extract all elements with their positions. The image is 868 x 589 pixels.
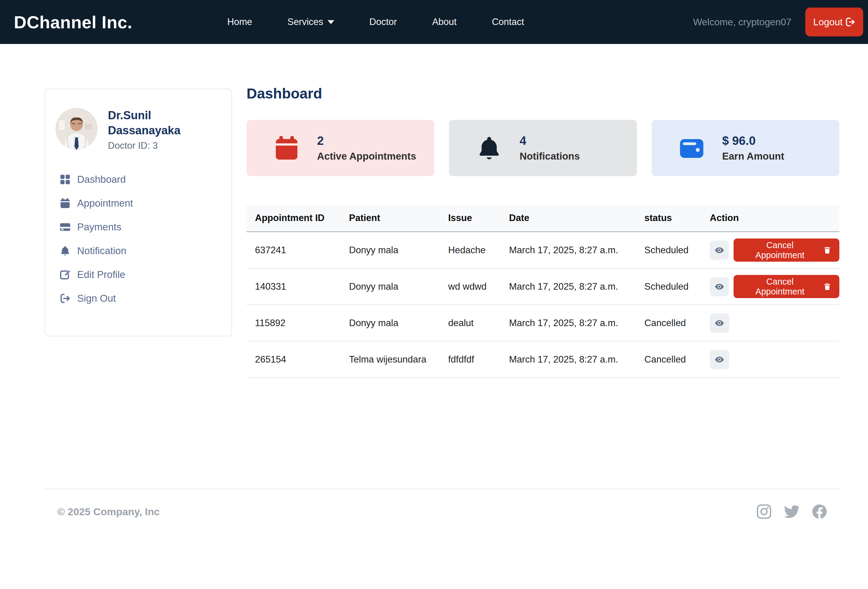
col-header-patient: Patient xyxy=(349,213,448,224)
sidebar-item-notification[interactable]: Notification xyxy=(60,239,223,262)
action-cell xyxy=(710,350,839,369)
sidebar-menu: Dashboard Appointment Payments xyxy=(55,168,223,310)
page-title: Dashboard xyxy=(247,85,322,102)
doctor-dashboard-page: DChannel Inc. Home Services Doctor About… xyxy=(0,0,868,589)
social-links xyxy=(756,504,827,520)
view-appointment-button[interactable] xyxy=(710,277,729,296)
col-header-appointment-id: Appointment ID xyxy=(255,213,349,224)
trash-icon xyxy=(823,246,831,255)
view-appointment-button[interactable] xyxy=(710,314,729,333)
stat-value: $ 96.0 xyxy=(722,134,784,147)
facebook-icon[interactable] xyxy=(812,504,827,520)
appointment-id-cell: 637241 xyxy=(255,245,349,256)
stat-text: 4 Notifications xyxy=(520,134,580,162)
view-appointment-button[interactable] xyxy=(710,241,729,260)
issue-cell: fdfdfdf xyxy=(448,354,509,365)
welcome-text: Welcome, cryptogen07 xyxy=(693,16,791,28)
issue-cell: Hedache xyxy=(448,245,509,256)
stat-card-notifications: 4 Notifications xyxy=(449,120,637,176)
nav-link-contact[interactable]: Contact xyxy=(492,16,524,27)
sidebar-item-payments[interactable]: Payments xyxy=(60,215,223,239)
sign-out-icon xyxy=(60,293,71,304)
sidebar-item-edit-profile[interactable]: Edit Profile xyxy=(60,262,223,286)
action-cell: Cancel Appointment xyxy=(710,239,839,262)
sidebar-item-dashboard[interactable]: Dashboard xyxy=(60,168,223,191)
patient-cell: Donyy mala xyxy=(349,245,448,256)
stat-value: 2 xyxy=(317,134,416,147)
eye-icon xyxy=(714,318,724,328)
top-navbar: DChannel Inc. Home Services Doctor About… xyxy=(0,0,868,44)
credit-card-icon xyxy=(60,222,71,233)
nav-link-about[interactable]: About xyxy=(432,16,457,27)
edit-icon xyxy=(60,269,71,280)
nav-link-services[interactable]: Services xyxy=(288,16,334,27)
doctor-avatar xyxy=(55,108,97,150)
calendar-icon xyxy=(60,198,71,209)
col-header-status: status xyxy=(644,213,710,224)
patient-cell: Telma wijesundara xyxy=(349,354,448,365)
chevron-down-icon xyxy=(328,20,334,24)
patient-cell: Donyy mala xyxy=(349,281,448,292)
page-footer: © 2025 Company, Inc xyxy=(44,489,839,520)
view-appointment-button[interactable] xyxy=(710,350,729,369)
bell-icon xyxy=(60,246,71,256)
logout-icon xyxy=(845,17,855,27)
table-header-row: Appointment ID Patient Issue Date status… xyxy=(247,205,839,232)
date-cell: March 17, 2025, 8:27 a.m. xyxy=(509,281,644,292)
eye-icon xyxy=(714,246,724,255)
sidebar-item-sign-out[interactable]: Sign Out xyxy=(60,286,223,310)
bell-icon xyxy=(476,135,502,161)
status-cell: Scheduled xyxy=(644,245,710,256)
date-cell: March 17, 2025, 8:27 a.m. xyxy=(509,354,644,365)
instagram-icon[interactable] xyxy=(756,504,772,520)
stat-card-earn-amount: $ 96.0 Earn Amount xyxy=(652,120,839,176)
sidebar-item-appointment[interactable]: Appointment xyxy=(60,191,223,215)
doctor-name: Dr.Sunil Dassanayaka xyxy=(108,108,207,138)
col-header-action: Action xyxy=(710,213,839,224)
table-row: 265154 Telma wijesundara fdfdfdf March 1… xyxy=(247,342,839,378)
stat-cards: 2 Active Appointments 4 Notifications $ … xyxy=(247,120,839,176)
status-cell: Cancelled xyxy=(644,318,710,328)
stat-label: Earn Amount xyxy=(722,150,784,162)
date-cell: March 17, 2025, 8:27 a.m. xyxy=(509,245,644,256)
action-cell: Cancel Appointment xyxy=(710,275,839,298)
table-row: 115892 Donyy mala dealut March 17, 2025,… xyxy=(247,305,839,342)
copyright-text: © 2025 Company, Inc xyxy=(57,506,160,518)
profile-header: Dr.Sunil Dassanayaka Doctor ID: 3 xyxy=(55,108,223,151)
status-cell: Scheduled xyxy=(644,281,710,292)
col-header-issue: Issue xyxy=(448,213,509,224)
cancel-appointment-button[interactable]: Cancel Appointment xyxy=(734,239,839,262)
nav-link-doctor[interactable]: Doctor xyxy=(369,16,397,27)
brand-logo[interactable]: DChannel Inc. xyxy=(14,12,132,32)
doctor-id: Doctor ID: 3 xyxy=(108,140,207,151)
grid-icon xyxy=(60,174,71,185)
stat-value: 4 xyxy=(520,134,580,147)
appointment-id-cell: 115892 xyxy=(255,318,349,328)
wallet-icon xyxy=(679,135,705,161)
main-nav: Home Services Doctor About Contact xyxy=(227,0,524,44)
table-row: 140331 Donyy mala wd wdwd March 17, 2025… xyxy=(247,269,839,305)
appointment-id-cell: 265154 xyxy=(255,354,349,365)
cancel-appointment-button[interactable]: Cancel Appointment xyxy=(734,275,839,298)
date-cell: March 17, 2025, 8:27 a.m. xyxy=(509,318,644,328)
table-row: 637241 Donyy mala Hedache March 17, 2025… xyxy=(247,232,839,269)
trash-icon xyxy=(823,283,831,291)
stat-label: Notifications xyxy=(520,150,580,162)
eye-icon xyxy=(714,282,724,292)
nav-link-home[interactable]: Home xyxy=(227,16,252,27)
stat-card-active-appointments: 2 Active Appointments xyxy=(247,120,434,176)
calendar-icon xyxy=(274,135,300,161)
issue-cell: dealut xyxy=(448,318,509,328)
col-header-date: Date xyxy=(509,213,644,224)
stat-label: Active Appointments xyxy=(317,150,416,162)
navbar-right: Welcome, cryptogen07 Logout xyxy=(693,0,863,44)
stat-text: $ 96.0 Earn Amount xyxy=(722,134,784,162)
patient-cell: Donyy mala xyxy=(349,318,448,328)
status-cell: Cancelled xyxy=(644,354,710,365)
profile-text: Dr.Sunil Dassanayaka Doctor ID: 3 xyxy=(108,108,207,151)
eye-icon xyxy=(714,355,724,364)
issue-cell: wd wdwd xyxy=(448,281,509,292)
logout-button[interactable]: Logout xyxy=(805,7,863,37)
action-cell xyxy=(710,314,839,333)
twitter-icon[interactable] xyxy=(784,504,800,520)
